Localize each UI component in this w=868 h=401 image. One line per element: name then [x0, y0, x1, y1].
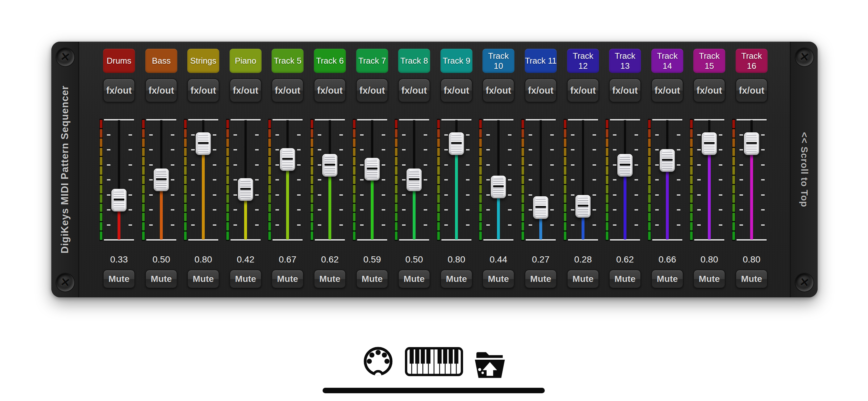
track-select-button[interactable]: Track 11: [525, 49, 557, 73]
meter-segment: [226, 148, 229, 156]
volume-fader[interactable]: [651, 120, 683, 240]
mute-button[interactable]: Mute: [651, 270, 683, 288]
fx-out-button[interactable]: fx/out: [736, 79, 768, 102]
mute-button[interactable]: Mute: [525, 270, 557, 288]
meter-segment: [226, 157, 229, 165]
volume-fader[interactable]: [314, 120, 346, 240]
fader-handle[interactable]: [576, 195, 591, 218]
fader-handle[interactable]: [407, 168, 422, 191]
fader-tick: [444, 194, 448, 196]
fader-handle[interactable]: [196, 132, 211, 155]
fader-tick: [213, 164, 216, 166]
volume-fader[interactable]: [356, 120, 388, 240]
fader-handle[interactable]: [660, 149, 675, 172]
fader-handle[interactable]: [744, 132, 759, 155]
fader-tick: [550, 209, 554, 211]
fader-tick: [360, 164, 364, 166]
fader-handle[interactable]: [280, 148, 295, 171]
track-select-button[interactable]: Track 10: [483, 49, 515, 73]
mute-button[interactable]: Mute: [693, 270, 725, 288]
volume-fader[interactable]: [187, 120, 219, 240]
mute-button[interactable]: Mute: [398, 270, 430, 288]
mute-button[interactable]: Mute: [567, 270, 599, 288]
fx-out-button[interactable]: fx/out: [103, 79, 135, 102]
fader-handle[interactable]: [491, 176, 506, 198]
fx-out-button[interactable]: fx/out: [145, 79, 177, 102]
volume-fader[interactable]: [229, 120, 261, 240]
fx-out-button[interactable]: fx/out: [440, 79, 472, 102]
mute-button[interactable]: Mute: [356, 270, 388, 288]
fader-handle[interactable]: [702, 132, 717, 155]
fx-out-button[interactable]: fx/out: [483, 79, 515, 102]
fader-handle[interactable]: [449, 132, 464, 155]
mute-button[interactable]: Mute: [187, 270, 219, 288]
horizontal-scrollbar[interactable]: [322, 388, 545, 393]
mute-button[interactable]: Mute: [229, 270, 261, 288]
volume-fader[interactable]: [693, 120, 725, 240]
volume-fader[interactable]: [736, 120, 768, 240]
track-select-button[interactable]: Track 14: [651, 49, 683, 73]
fx-out-button[interactable]: fx/out: [609, 79, 641, 102]
track-select-button[interactable]: Track 13: [609, 49, 641, 73]
track-select-button[interactable]: Drums: [103, 49, 135, 73]
volume-fader[interactable]: [483, 120, 515, 240]
volume-fader[interactable]: [272, 120, 304, 240]
fader-handle[interactable]: [533, 196, 548, 219]
open-file-icon[interactable]: [473, 349, 506, 379]
fx-out-button[interactable]: fx/out: [187, 79, 219, 102]
mute-button[interactable]: Mute: [440, 270, 472, 288]
scroll-to-top-button[interactable]: << Scroll to Top: [790, 42, 817, 297]
midi-connector-icon[interactable]: [363, 346, 394, 377]
meter-segment: [100, 148, 102, 156]
volume-fader[interactable]: [145, 120, 177, 240]
volume-fader[interactable]: [525, 120, 557, 240]
volume-fader[interactable]: [103, 120, 135, 240]
mute-button[interactable]: Mute: [736, 270, 768, 288]
track-select-button[interactable]: Piano: [229, 49, 261, 73]
track-select-button[interactable]: Track 15: [693, 49, 725, 73]
fader-handle[interactable]: [617, 154, 632, 177]
fx-out-button[interactable]: fx/out: [314, 79, 346, 102]
fader-tick: [508, 149, 512, 150]
track-select-button[interactable]: Track 7: [356, 49, 388, 73]
fader-handle[interactable]: [112, 189, 127, 212]
fx-out-button[interactable]: fx/out: [272, 79, 304, 102]
fx-out-button[interactable]: fx/out: [567, 79, 599, 102]
track-select-button[interactable]: Track 8: [398, 49, 430, 73]
mute-button[interactable]: Mute: [483, 270, 515, 288]
volume-fader[interactable]: [567, 120, 599, 240]
fader-tick: [213, 134, 216, 135]
mute-button[interactable]: Mute: [272, 270, 304, 288]
fx-out-button[interactable]: fx/out: [651, 79, 683, 102]
mute-button[interactable]: Mute: [609, 270, 641, 288]
track-select-button[interactable]: Track 9: [440, 49, 472, 73]
track-select-button[interactable]: Bass: [145, 49, 177, 73]
level-meter: [690, 119, 693, 241]
volume-fader[interactable]: [609, 120, 641, 240]
fader-handle[interactable]: [238, 178, 253, 201]
fx-out-button[interactable]: fx/out: [229, 79, 261, 102]
fx-out-button[interactable]: fx/out: [356, 79, 388, 102]
mute-button[interactable]: Mute: [103, 270, 135, 288]
track-select-button[interactable]: Track 5: [272, 49, 304, 73]
piano-keyboard-icon[interactable]: [403, 347, 465, 376]
fx-out-button[interactable]: fx/out: [693, 79, 725, 102]
volume-fader[interactable]: [440, 120, 472, 240]
meter-segment: [733, 213, 735, 221]
fader-tick: [234, 179, 237, 181]
fader-tick: [655, 164, 659, 166]
fader-handle[interactable]: [154, 168, 169, 191]
track-select-button[interactable]: Strings: [187, 49, 219, 73]
volume-fader[interactable]: [398, 120, 430, 240]
fader-handle[interactable]: [365, 158, 380, 181]
track-select-button[interactable]: Track 6: [314, 49, 346, 73]
track-select-button[interactable]: Track 12: [567, 49, 599, 73]
fader-tick: [191, 179, 195, 181]
mute-button[interactable]: Mute: [145, 270, 177, 288]
meter-segment: [142, 120, 145, 128]
fader-handle[interactable]: [322, 154, 337, 177]
fx-out-button[interactable]: fx/out: [398, 79, 430, 102]
track-select-button[interactable]: Track 16: [736, 49, 768, 73]
mute-button[interactable]: Mute: [314, 270, 346, 288]
fx-out-button[interactable]: fx/out: [525, 79, 557, 102]
